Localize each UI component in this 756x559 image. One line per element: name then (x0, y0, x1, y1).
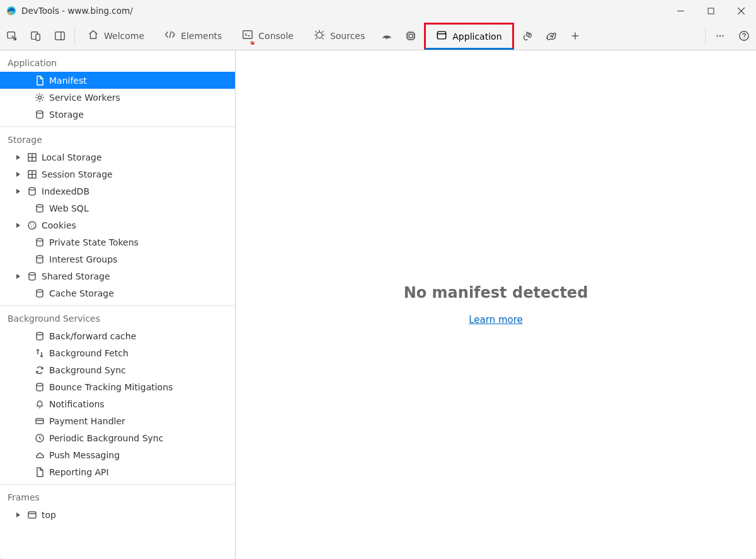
database-icon (25, 186, 39, 196)
svg-point-13 (526, 33, 529, 36)
help-button[interactable] (732, 21, 756, 50)
table-icon (25, 169, 39, 179)
fetch-icon (33, 348, 47, 358)
home-icon (88, 29, 99, 42)
sidebar-item-service-workers[interactable]: Service Workers (0, 89, 235, 106)
sidebar-item-label: Session Storage (42, 169, 235, 179)
tab-memory-icon[interactable] (399, 21, 423, 50)
edge-favicon (6, 6, 16, 16)
sidebar-item-notifications[interactable]: Notifications (0, 395, 235, 412)
tab-label: Console (258, 31, 294, 41)
empty-state-title: No manifest detected (404, 284, 588, 302)
sidebar-item-back-forward-cache[interactable]: Back/forward cache (0, 327, 235, 344)
sync-icon (33, 365, 47, 375)
svg-point-28 (31, 226, 32, 227)
sidebar-item-label: IndexedDB (42, 186, 235, 196)
tab-welcome[interactable]: Welcome (77, 21, 154, 50)
tab-network-icon[interactable] (375, 21, 399, 50)
sidebar-item-cache-storage[interactable]: Cache Storage (0, 285, 235, 302)
svg-point-1 (8, 12, 11, 15)
sidebar-item-top-frame[interactable]: top (0, 506, 235, 523)
expand-triangle-icon[interactable] (14, 155, 23, 160)
sidebar-item-indexeddb[interactable]: IndexedDB (0, 183, 235, 200)
settings-menu-button[interactable] (708, 21, 732, 50)
database-icon (25, 271, 39, 281)
sidebar-item-label: Manifest (49, 76, 235, 86)
sidebar-item-periodic-bg-sync[interactable]: Periodic Background Sync (0, 429, 235, 446)
sidebar-item-label: Bounce Tracking Mitigations (49, 382, 235, 392)
sidebar-item-interest-groups[interactable]: Interest Groups (0, 251, 235, 268)
sidebar-item-background-sync[interactable]: Background Sync (0, 361, 235, 378)
sidebar-header-storage: Storage (0, 132, 235, 149)
application-sidebar: Application Manifest Service Workers Sto… (0, 50, 236, 559)
tab-performance-icon[interactable] (539, 21, 563, 50)
svg-point-29 (33, 227, 35, 228)
svg-point-34 (37, 332, 43, 335)
sidebar-item-shared-storage[interactable]: Shared Storage (0, 268, 235, 285)
svg-point-14 (716, 35, 718, 36)
svg-point-35 (37, 383, 43, 386)
svg-rect-2 (708, 8, 714, 14)
database-icon (33, 331, 47, 341)
more-tabs-button[interactable] (563, 21, 587, 50)
sidebar-item-label: Periodic Background Sync (49, 433, 235, 443)
window-close-button[interactable] (726, 0, 756, 21)
sidebar-item-storage[interactable]: Storage (0, 106, 235, 123)
svg-point-25 (28, 222, 36, 229)
sidebar-item-local-storage[interactable]: Local Storage (0, 149, 235, 166)
tab-security-icon[interactable] (515, 21, 539, 50)
expand-triangle-icon[interactable] (14, 512, 23, 517)
expand-triangle-icon[interactable] (14, 189, 23, 194)
sidebar-item-cookies[interactable]: Cookies (0, 217, 235, 234)
sidebar-header-frames: Frames (0, 490, 235, 506)
tab-label: Sources (330, 31, 365, 41)
sidebar-item-background-fetch[interactable]: Background Fetch (0, 344, 235, 361)
svg-point-9 (386, 38, 387, 39)
sidebar-item-session-storage[interactable]: Session Storage (0, 166, 235, 183)
sidebar-item-payment-handler[interactable]: Payment Handler (0, 412, 235, 429)
tab-sources[interactable]: Sources (304, 21, 375, 50)
tab-label: Welcome (104, 31, 144, 41)
svg-point-31 (37, 256, 43, 258)
expand-triangle-icon[interactable] (14, 172, 23, 177)
tab-elements[interactable]: Elements (154, 21, 232, 50)
expand-triangle-icon[interactable] (14, 223, 23, 228)
sidebar-item-label: Private State Tokens (49, 237, 235, 247)
svg-point-26 (30, 223, 32, 225)
svg-rect-11 (410, 34, 413, 37)
tab-label: Application (452, 31, 501, 42)
learn-more-link[interactable]: Learn more (469, 314, 523, 325)
sidebar-item-label: Payment Handler (49, 416, 235, 426)
gear-icon (33, 93, 47, 103)
sidebar-section-background-services: Background Services Back/forward cache B… (0, 306, 235, 485)
devtools-toolbar: Welcome Elements Console Sources (0, 21, 756, 50)
sidebar-item-bounce-tracking[interactable]: Bounce Tracking Mitigations (0, 378, 235, 395)
svg-rect-36 (36, 419, 43, 424)
sidebar-item-reporting-api[interactable]: Reporting API (0, 463, 235, 480)
sidebar-item-label: Back/forward cache (49, 331, 235, 341)
table-icon (25, 152, 39, 162)
database-icon (33, 288, 47, 298)
window-minimize-button[interactable] (665, 0, 696, 21)
sidebar-item-label: Background Fetch (49, 348, 235, 358)
bell-icon (33, 399, 47, 409)
sidebar-section-storage: Storage Local Storage Session Storage In… (0, 127, 235, 306)
tab-console[interactable]: Console (232, 21, 304, 50)
sidebar-item-web-sql[interactable]: Web SQL (0, 200, 235, 217)
document-icon (33, 467, 47, 477)
sidebar-item-push-messaging[interactable]: Push Messaging (0, 446, 235, 463)
device-toggle-button[interactable] (24, 21, 48, 50)
window-maximize-button[interactable] (696, 0, 726, 21)
devtools-body: Application Manifest Service Workers Sto… (0, 50, 756, 559)
sidebar-section-frames: Frames top (0, 485, 235, 527)
svg-point-30 (37, 239, 43, 241)
expand-triangle-icon[interactable] (14, 274, 23, 279)
sidebar-item-manifest[interactable]: Manifest (0, 72, 235, 89)
sidebar-item-label: Storage (49, 110, 235, 120)
tab-application[interactable]: Application (424, 23, 513, 50)
svg-point-33 (37, 290, 43, 292)
sidebar-item-private-state-tokens[interactable]: Private State Tokens (0, 234, 235, 251)
dock-side-button[interactable] (48, 21, 72, 50)
inspect-element-button[interactable] (0, 21, 24, 50)
sidebar-section-application: Application Manifest Service Workers Sto… (0, 50, 235, 127)
